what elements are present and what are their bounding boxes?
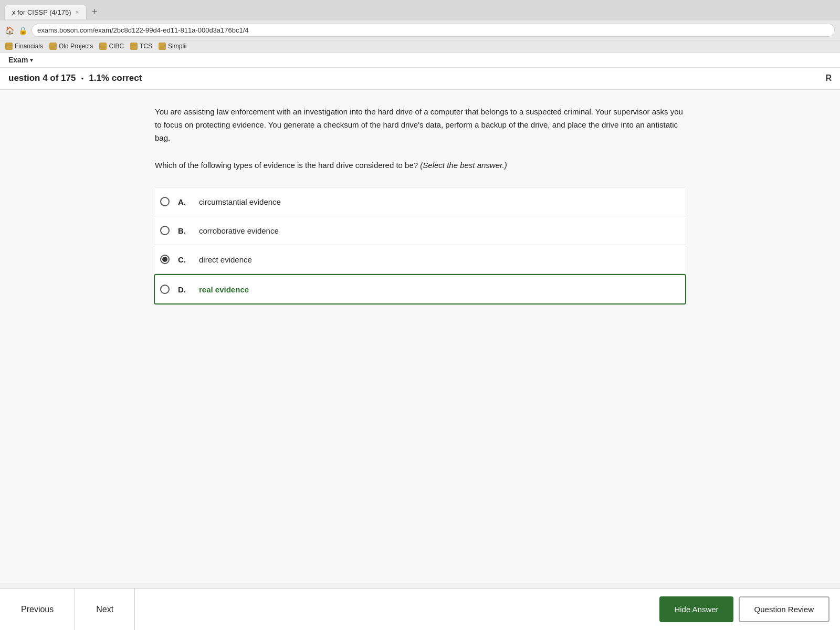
- lock-icon: 🔒: [18, 26, 27, 35]
- bookmark-cibc[interactable]: CIBC: [99, 43, 124, 50]
- bookmark-simplii[interactable]: Simplii: [159, 43, 186, 50]
- main-content: You are assisting law enforcement with a…: [0, 90, 840, 583]
- bookmark-favicon-oldprojects: [49, 43, 57, 50]
- bookmark-financials[interactable]: Financials: [5, 43, 43, 50]
- active-tab[interactable]: x for CISSP (4/175) ×: [4, 5, 87, 19]
- option-d-letter: D.: [178, 285, 191, 294]
- radio-b: [160, 226, 170, 235]
- option-c[interactable]: C. direct evidence: [155, 245, 685, 274]
- question-number: uestion 4 of 175: [8, 73, 76, 83]
- bookmarks-bar: Financials Old Projects CIBC TCS Simplii: [0, 40, 840, 52]
- bookmark-label: CIBC: [109, 43, 124, 50]
- bookmark-label: Old Projects: [59, 43, 93, 50]
- tab-bar: x for CISSP (4/175) × +: [0, 0, 840, 20]
- radio-c: [160, 255, 170, 264]
- browser-chrome: x for CISSP (4/175) × + 🏠 🔒 Financials O…: [0, 0, 840, 52]
- options-list: A. circumstantial evidence B. corroborat…: [155, 187, 685, 304]
- question-paragraph2: Which of the following types of evidence…: [155, 159, 685, 172]
- bookmark-oldprojects[interactable]: Old Projects: [49, 43, 93, 50]
- bookmark-favicon-simplii: [159, 43, 166, 50]
- new-tab-button[interactable]: +: [87, 3, 103, 20]
- close-tab-button[interactable]: ×: [75, 9, 78, 15]
- option-b-text: corroborative evidence: [199, 226, 279, 235]
- bookmark-label: Simplii: [168, 43, 186, 50]
- bookmark-label: Financials: [15, 43, 43, 50]
- option-d[interactable]: D. real evidence: [154, 274, 686, 304]
- bookmark-label: TCS: [140, 43, 152, 50]
- option-c-text: direct evidence: [199, 255, 252, 264]
- option-b-letter: B.: [178, 226, 191, 235]
- home-icon[interactable]: 🏠: [5, 26, 14, 35]
- question-para2-italic: (Select the best answer.): [420, 161, 507, 170]
- radio-c-inner: [162, 257, 167, 262]
- option-d-text: real evidence: [199, 285, 249, 294]
- option-c-letter: C.: [178, 255, 191, 264]
- option-a-letter: A.: [178, 197, 191, 206]
- option-a[interactable]: A. circumstantial evidence: [155, 187, 685, 216]
- app-header: Exam: [0, 52, 840, 68]
- option-b[interactable]: B. corroborative evidence: [155, 216, 685, 245]
- percent-correct: 1.1% correct: [89, 73, 142, 83]
- radio-a: [160, 197, 170, 206]
- question-para2-text: Which of the following types of evidence…: [155, 161, 418, 170]
- option-a-text: circumstantial evidence: [199, 197, 281, 206]
- dot-separator: ●: [81, 76, 83, 81]
- question-paragraph1: You are assisting law enforcement with a…: [155, 106, 685, 144]
- address-bar: 🏠 🔒: [0, 20, 840, 40]
- radio-d: [160, 285, 170, 294]
- bookmark-favicon-cibc: [99, 43, 107, 50]
- bookmark-favicon-tcs: [130, 43, 138, 50]
- bookmark-favicon-financials: [5, 43, 13, 50]
- exam-menu[interactable]: Exam: [8, 56, 832, 64]
- r-label: R: [825, 74, 832, 83]
- question-body: You are assisting law enforcement with a…: [144, 90, 696, 315]
- question-header: uestion 4 of 175 ● 1.1% correct R: [0, 68, 840, 90]
- tab-title: x for CISSP (4/175): [12, 8, 71, 16]
- bookmark-tcs[interactable]: TCS: [130, 43, 152, 50]
- address-input[interactable]: [32, 24, 835, 37]
